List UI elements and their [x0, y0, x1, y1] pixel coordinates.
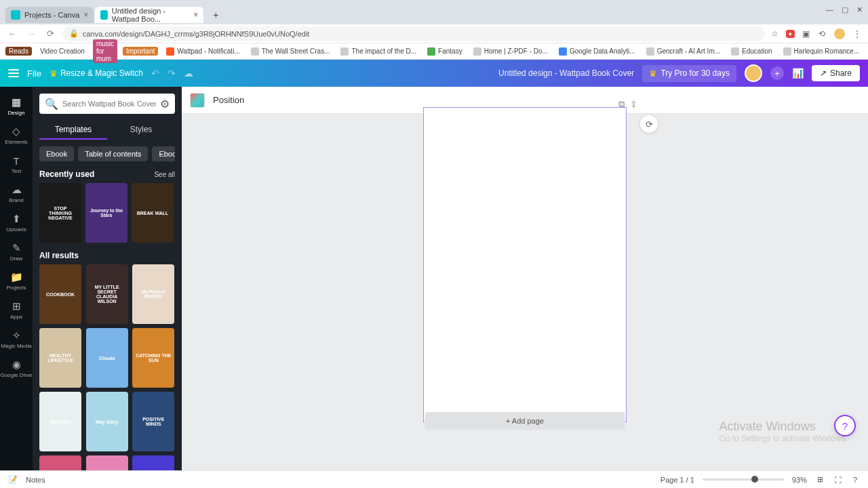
notes-button[interactable]: Notes — [26, 476, 45, 484]
bookmark-item[interactable]: Education — [728, 46, 774, 57]
design-icon: ▦ — [10, 96, 22, 108]
try-pro-button[interactable]: ♛ Try Pro for 30 days — [642, 65, 736, 82]
reload-button[interactable]: ⟳ — [43, 27, 57, 41]
share-button[interactable]: ↗ Share — [812, 65, 860, 81]
close-icon[interactable]: × — [193, 10, 198, 20]
undo-button[interactable]: ↶ — [151, 68, 159, 79]
upload-page-icon[interactable]: ⇪ — [630, 99, 637, 110]
browser-tab-0[interactable]: Projects - Canva × — [5, 7, 94, 23]
back-button[interactable]: ← — [5, 27, 19, 41]
browser-tab-1[interactable]: Untitled design - Wattpad Boo... × — [95, 7, 203, 23]
adblock-icon[interactable]: ● — [786, 30, 795, 38]
profile-avatar[interactable] — [833, 27, 846, 41]
bookmark-item[interactable]: Gencraft - AI Art Im... — [644, 46, 723, 57]
refresh-ext-icon[interactable]: ⟲ — [816, 28, 827, 39]
section-title: All results — [39, 251, 79, 260]
add-member-button[interactable]: + — [770, 66, 784, 80]
chip-toc[interactable]: Table of contents — [78, 146, 148, 161]
sidenav-text[interactable]: TText — [0, 150, 33, 178]
add-page-button[interactable]: + Add page — [425, 412, 625, 430]
template-thumb[interactable]: DYNA MITE — [132, 455, 174, 470]
fullscreen-icon[interactable]: ⛶ — [833, 475, 842, 485]
bookmark-item[interactable]: music for mum — [93, 39, 117, 63]
zoom-percent[interactable]: 93% — [792, 476, 807, 484]
bookmark-item[interactable]: Home | Z-PDF - Do... — [471, 46, 551, 57]
resize-button[interactable]: ♛ Resize & Magic Switch — [50, 68, 143, 79]
minimize-button[interactable]: — — [826, 5, 833, 14]
bookmark-item[interactable]: Wattpad - Notificati... — [163, 46, 242, 57]
star-icon[interactable]: ☆ — [770, 28, 781, 39]
sidenav-brand[interactable]: ☁Brand — [0, 180, 33, 207]
forward-button[interactable]: → — [24, 27, 38, 41]
design-title[interactable]: Untitled design - Wattpad Book Cover — [498, 68, 634, 78]
template-thumb[interactable]: RECIPES — [39, 392, 81, 451]
sidenav-projects[interactable]: 📁Projects — [0, 267, 33, 295]
template-thumb[interactable]: Be with You — [39, 455, 81, 470]
chip-ebook-p[interactable]: Ebook p — [152, 146, 175, 161]
position-button[interactable]: Position — [213, 95, 244, 105]
maximize-button[interactable]: ▢ — [842, 5, 848, 14]
address-field[interactable]: 🔒 canva.com/design/DAGHJ_crrms/g3R8jORHN… — [62, 26, 764, 41]
bookmark-item[interactable]: The impact of the D... — [338, 46, 419, 57]
menu-icon[interactable]: ⋮ — [852, 28, 863, 39]
help-button[interactable]: ? — [834, 415, 856, 436]
bookmark-item[interactable]: Fantasy — [425, 46, 465, 57]
template-thumb[interactable]: May Story — [86, 392, 128, 451]
sidenav-uploads[interactable]: ⬆Uploads — [0, 209, 33, 237]
sidenav-google-drive[interactable]: ◉Google Drive — [0, 354, 33, 382]
template-thumb[interactable]: HEALTHY LIFESTYLE — [39, 328, 81, 388]
template-thumb[interactable]: Journey to the Stars — [85, 183, 127, 243]
template-thumb[interactable]: COOKBOOK — [39, 264, 81, 324]
extension-icon[interactable]: ▣ — [800, 28, 811, 39]
help-icon[interactable]: ? — [850, 475, 860, 485]
bookmark-item[interactable]: Google Data Analyti... — [556, 46, 638, 57]
sidenav-draw[interactable]: ✎Draw — [0, 238, 33, 266]
drive-icon: ◉ — [10, 359, 22, 371]
menu-button[interactable] — [8, 69, 19, 77]
page-indicator[interactable]: Page 1 / 1 — [660, 476, 694, 484]
see-all-link[interactable]: See all — [154, 171, 175, 178]
sidenav-magic-media[interactable]: ✧Magic Media — [0, 325, 33, 353]
search-input[interactable] — [62, 100, 156, 108]
template-thumb[interactable]: Desserts — [86, 455, 128, 470]
new-tab-button[interactable]: + — [209, 8, 222, 22]
template-thumb[interactable]: My Perfect PASTRY — [132, 264, 174, 324]
design-page[interactable] — [423, 107, 627, 422]
sidenav-elements[interactable]: ◇Elements — [0, 121, 33, 149]
template-thumb[interactable]: POSITIVE MINDS — [132, 392, 174, 451]
projects-icon: 📁 — [10, 271, 22, 283]
file-menu[interactable]: File — [27, 68, 41, 79]
template-thumb[interactable]: CATCHING THE SUN — [132, 328, 174, 388]
uploads-icon: ⬆ — [10, 213, 22, 225]
templates-panel: 🔍 ⚙ Templates Styles Ebook Table of cont… — [33, 87, 182, 470]
color-picker[interactable] — [190, 93, 205, 108]
bookmark-item[interactable]: Important — [123, 47, 158, 56]
grid-view-icon[interactable]: ⊞ — [815, 475, 825, 485]
chip-ebook[interactable]: Ebook — [39, 146, 74, 161]
sidenav-apps[interactable]: ⊞Apps — [0, 296, 33, 324]
bookmark-item[interactable]: Harlequin Romance... — [781, 46, 863, 57]
close-icon[interactable]: × — [83, 10, 88, 20]
zoom-slider[interactable] — [703, 479, 784, 481]
bookmark-item[interactable]: Video Creation — [37, 46, 87, 56]
magic-icon: ✧ — [10, 329, 22, 342]
tab-styles[interactable]: Styles — [107, 121, 175, 140]
analytics-icon[interactable]: 📊 — [792, 68, 804, 79]
user-avatar[interactable] — [745, 64, 762, 82]
tab-templates[interactable]: Templates — [39, 121, 107, 140]
sidenav-design[interactable]: ▦Design — [0, 92, 33, 120]
close-window-button[interactable]: ✕ — [856, 5, 863, 14]
elements-icon: ◇ — [10, 125, 22, 138]
redo-button[interactable]: ↷ — [167, 68, 176, 79]
crown-icon: ♛ — [50, 68, 58, 79]
template-search[interactable]: 🔍 ⚙ — [39, 94, 175, 114]
template-thumb[interactable]: Clouds — [86, 328, 128, 388]
cloud-sync-icon: ☁ — [184, 68, 193, 79]
template-thumb[interactable]: MY LITTLE SECRET CLAUDIA WILSON — [86, 264, 128, 324]
settings-icon[interactable]: ⚙ — [160, 98, 170, 110]
bookmark-item[interactable]: The Wall Street Cras... — [248, 46, 333, 57]
bookmark-item[interactable]: Reads — [5, 47, 32, 56]
refresh-icon[interactable]: ⟳ — [640, 115, 658, 133]
template-thumb[interactable]: STOP THINKING NEGATIVE — [39, 183, 81, 243]
template-thumb[interactable]: BREAK WALL — [132, 183, 174, 243]
